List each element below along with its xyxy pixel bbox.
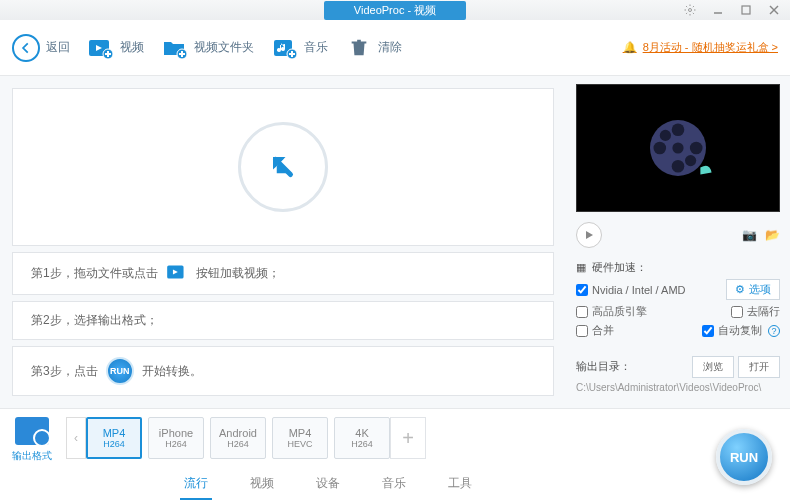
format-card-mp4-h264[interactable]: MP4H264 — [86, 417, 142, 459]
left-panel: 第1步，拖动文件或点击 按钮加载视频； 第2步，选择输出格式； 第3步，点击 R… — [0, 76, 566, 408]
open-folder-icon[interactable]: 📂 — [765, 228, 780, 242]
help-icon[interactable]: ? — [768, 325, 780, 337]
tab-1[interactable]: 视频 — [246, 469, 278, 500]
close-button[interactable] — [764, 1, 784, 19]
svg-rect-2 — [742, 6, 750, 14]
preview-controls: 📷 📂 — [576, 218, 780, 252]
step3-text-b: 开始转换。 — [142, 363, 202, 380]
format-prev-arrow[interactable]: ‹ — [66, 417, 86, 459]
output-format-button[interactable]: 输出格式 — [12, 417, 52, 463]
video-icon — [88, 37, 114, 59]
outdir-label: 输出目录： — [576, 359, 631, 374]
run-pill-icon: RUN — [106, 357, 134, 385]
toolbar: 返回 视频 视频文件夹 音乐 清除 🔔 8月活动 - 随机抽奖运礼盒 > — [0, 20, 790, 76]
format-card-mp4-hevc[interactable]: MP4HEVC — [272, 417, 328, 459]
output-format-icon — [15, 417, 49, 445]
browse-button[interactable]: 浏览 — [692, 356, 734, 378]
tab-0[interactable]: 流行 — [180, 469, 212, 500]
svg-point-22 — [672, 124, 685, 137]
output-format-label: 输出格式 — [12, 449, 52, 463]
open-button[interactable]: 打开 — [738, 356, 780, 378]
chip-icon: ▦ — [576, 261, 586, 274]
trash-icon — [346, 37, 372, 59]
add-video-button[interactable]: 视频 — [88, 37, 144, 59]
svg-point-0 — [689, 9, 692, 12]
video-label: 视频 — [120, 39, 144, 56]
svg-marker-28 — [586, 231, 593, 239]
options-button[interactable]: ⚙选项 — [726, 279, 780, 300]
step1-text-b: 按钮加载视频； — [196, 265, 280, 282]
right-panel: 📷 📂 ▦硬件加速： Nvidia / Intel / AMD ⚙选项 高品质引… — [566, 76, 790, 408]
add-format-button[interactable]: + — [390, 417, 426, 459]
snapshot-icon[interactable]: 📷 — [742, 228, 757, 242]
maximize-button[interactable] — [736, 1, 756, 19]
format-list: MP4H264iPhoneH264AndroidH264MP4HEVC4KH26… — [86, 417, 390, 459]
hw-accel-section: ▦硬件加速： Nvidia / Intel / AMD ⚙选项 高品质引擎 去隔… — [576, 260, 780, 342]
film-reel-icon — [643, 113, 713, 183]
folder-icon — [162, 37, 188, 59]
preview-area — [576, 84, 780, 212]
hw-main-checkbox[interactable]: Nvidia / Intel / AMD — [576, 284, 686, 296]
play-button[interactable] — [576, 222, 602, 248]
clear-label: 清除 — [378, 39, 402, 56]
step-2: 第2步，选择输出格式； — [12, 301, 554, 340]
autocopy-checkbox[interactable]: 自动复制? — [702, 323, 780, 338]
format-card-iphone-h264[interactable]: iPhoneH264 — [148, 417, 204, 459]
svg-point-24 — [654, 142, 667, 155]
video-folder-label: 视频文件夹 — [194, 39, 254, 56]
video-small-icon — [166, 263, 188, 284]
svg-point-25 — [690, 142, 703, 155]
main-area: 第1步，拖动文件或点击 按钮加载视频； 第2步，选择输出格式； 第3步，点击 R… — [0, 76, 790, 408]
step3-text-a: 第3步，点击 — [31, 363, 98, 380]
window-title: VideoProc - 视频 — [324, 1, 466, 20]
minimize-button[interactable] — [708, 1, 728, 19]
settings-gear-icon[interactable] — [680, 1, 700, 19]
step1-text-a: 第1步，拖动文件或点击 — [31, 265, 158, 282]
svg-point-21 — [672, 142, 683, 153]
add-music-button[interactable]: 音乐 — [272, 37, 328, 59]
drop-circle — [238, 122, 328, 212]
step-3: 第3步，点击 RUN 开始转换。 — [12, 346, 554, 396]
svg-point-26 — [660, 130, 671, 141]
merge-checkbox[interactable]: 合并 — [576, 323, 614, 338]
dropzone[interactable] — [12, 88, 554, 246]
clear-button[interactable]: 清除 — [346, 37, 402, 59]
svg-point-23 — [672, 160, 685, 173]
back-button[interactable]: 返回 — [12, 34, 70, 62]
back-label: 返回 — [46, 39, 70, 56]
hq-engine-checkbox[interactable]: 高品质引擎 — [576, 304, 647, 319]
titlebar: VideoProc - 视频 — [0, 0, 790, 20]
promo-text: 8月活动 - 随机抽奖运礼盒 > — [643, 40, 778, 55]
output-dir-section: 输出目录： 浏览 打开 C:\Users\Administrator\Video… — [576, 354, 780, 393]
bottom-bar: 输出格式 ‹ MP4H264iPhoneH264AndroidH264MP4HE… — [0, 408, 790, 500]
tab-4[interactable]: 工具 — [444, 469, 476, 500]
music-icon — [272, 37, 298, 59]
hw-title: 硬件加速： — [592, 260, 647, 275]
music-label: 音乐 — [304, 39, 328, 56]
format-tabs: 流行视频设备音乐工具 — [180, 469, 476, 500]
gear-icon: ⚙ — [735, 283, 745, 296]
deinterlace-checkbox[interactable]: 去隔行 — [731, 304, 780, 319]
run-button[interactable]: RUN — [716, 429, 772, 485]
tab-2[interactable]: 设备 — [312, 469, 344, 500]
tab-3[interactable]: 音乐 — [378, 469, 410, 500]
format-card-4k-h264[interactable]: 4KH264 — [334, 417, 390, 459]
promo-link[interactable]: 🔔 8月活动 - 随机抽奖运礼盒 > — [623, 40, 778, 55]
add-video-folder-button[interactable]: 视频文件夹 — [162, 37, 254, 59]
bell-icon: 🔔 — [623, 41, 637, 54]
step-1: 第1步，拖动文件或点击 按钮加载视频； — [12, 252, 554, 295]
format-card-android-h264[interactable]: AndroidH264 — [210, 417, 266, 459]
step2-text: 第2步，选择输出格式； — [31, 312, 158, 329]
outdir-path: C:\Users\Administrator\Videos\VideoProc\ — [576, 382, 780, 393]
svg-point-27 — [685, 155, 696, 166]
